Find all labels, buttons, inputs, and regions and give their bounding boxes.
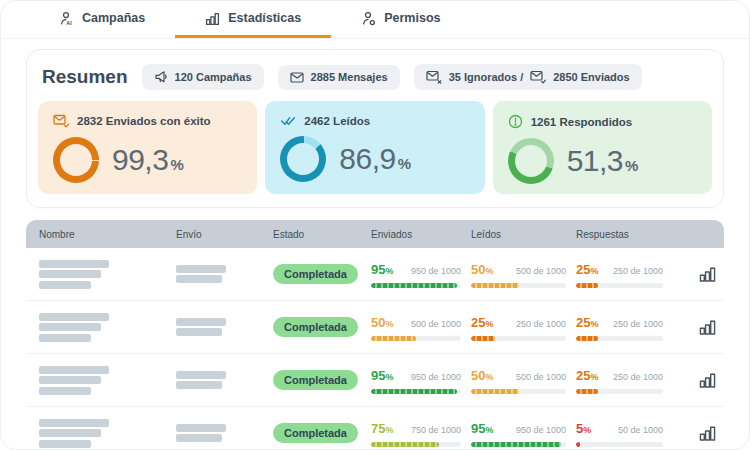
- table-row[interactable]: Completada 95% 950 de 1000 50% 500 de 10…: [26, 354, 724, 407]
- fraction-label: 950 de 1000: [516, 425, 566, 435]
- badge-label: 2850 Enviados: [553, 71, 629, 83]
- messages-count-badge: 2885 Mensajes: [278, 65, 400, 90]
- progress-fill: [371, 336, 416, 341]
- status-badge: Completada: [273, 317, 358, 337]
- text-placeholder-bar: [39, 270, 101, 278]
- progress-bar: [576, 336, 663, 341]
- card-label: 1261 Respondidos: [531, 116, 633, 128]
- table-row[interactable]: Completada 75% 750 de 1000 95% 950 de 10…: [26, 407, 724, 450]
- enviados-metric: 95% 950 de 1000: [371, 260, 471, 288]
- progress-fill: [576, 336, 598, 341]
- progress-bar: [576, 389, 663, 394]
- table-body: Completada 95% 950 de 1000 50% 500 de 10…: [26, 248, 724, 450]
- text-placeholder-bar: [39, 260, 109, 268]
- badge-label: 35 Ignorados /: [449, 71, 524, 83]
- table-row[interactable]: Completada 95% 950 de 1000 50% 500 de 10…: [26, 248, 724, 301]
- summary-panel: Resumen 120 Campañas 2885 Mensajes: [26, 49, 724, 208]
- view-stats-button[interactable]: [696, 316, 719, 338]
- text-placeholder-bar: [39, 429, 101, 437]
- name-placeholder: [39, 310, 176, 344]
- progress-bar: [371, 283, 461, 288]
- percent-sign: %: [583, 425, 591, 435]
- text-placeholder-bar: [39, 281, 91, 289]
- fraction-label: 750 de 1000: [411, 425, 461, 435]
- double-check-icon: [280, 114, 296, 127]
- campaigns-count-badge: 120 Campañas: [142, 64, 264, 90]
- fraction-label: 250 de 1000: [516, 319, 566, 329]
- view-stats-button[interactable]: [696, 263, 719, 285]
- percent-sign: %: [485, 372, 493, 382]
- card-header: 2832 Enviados con éxito: [53, 114, 242, 128]
- text-placeholder-bar: [176, 275, 222, 283]
- leidos-metric: 25% 250 de 1000: [471, 313, 576, 341]
- card-label: 2462 Leídos: [304, 115, 370, 127]
- progress-fill: [576, 442, 580, 447]
- progress-fill: [471, 283, 519, 288]
- card-value: 86,9: [339, 142, 395, 176]
- donut-chart-enviados: [53, 137, 99, 183]
- mail-icon: [290, 71, 304, 84]
- progress-fill: [576, 283, 598, 288]
- status-badge: Completada: [273, 264, 358, 284]
- view-stats-button[interactable]: [696, 422, 719, 444]
- percent-sign: %: [398, 155, 411, 172]
- card-header: 1261 Respondidos: [508, 114, 697, 129]
- card-header: 2462 Leídos: [280, 114, 469, 127]
- status-badge: Completada: [273, 423, 358, 443]
- percent-sign: %: [385, 425, 393, 435]
- percent-sign: %: [385, 266, 393, 276]
- card-value: 51,3: [567, 144, 623, 178]
- fraction-label: 500 de 1000: [411, 319, 461, 329]
- table-row[interactable]: Completada 50% 500 de 1000 25% 250 de 10…: [26, 301, 724, 354]
- text-placeholder-bar: [176, 265, 226, 273]
- summary-header: Resumen 120 Campañas 2885 Mensajes: [38, 62, 712, 101]
- tab-estadisticas[interactable]: Estadísticas: [175, 1, 331, 38]
- percent-value: 50: [371, 315, 385, 330]
- name-placeholder: [39, 416, 176, 450]
- percent-value: 75: [371, 421, 385, 436]
- enviados-metric: 50% 500 de 1000: [371, 313, 471, 341]
- donut-chart-respondidos: [508, 138, 554, 184]
- progress-fill: [371, 442, 439, 447]
- view-stats-button[interactable]: [696, 369, 719, 391]
- progress-bar: [471, 442, 566, 447]
- text-placeholder-bar: [176, 434, 222, 442]
- respuestas-metric: 25% 250 de 1000: [576, 313, 691, 341]
- column-header-respuestas: Respuestas: [576, 229, 691, 240]
- tab-label: Estadísticas: [228, 11, 301, 25]
- fraction-label: 250 de 1000: [613, 372, 663, 382]
- progress-fill: [471, 442, 561, 447]
- campaigns-table: Nombre Envío Estado Enviados Leídos Resp…: [26, 220, 724, 450]
- percent-value: 95: [471, 421, 485, 436]
- bar-chart-icon: [698, 424, 717, 442]
- percent-value: 25: [576, 262, 590, 277]
- progress-bar: [471, 336, 566, 341]
- text-placeholder-bar: [39, 376, 101, 384]
- percent-sign: %: [485, 425, 493, 435]
- progress-fill: [371, 389, 457, 394]
- tab-permisos[interactable]: Permisos: [331, 1, 470, 38]
- fraction-label: 950 de 1000: [411, 372, 461, 382]
- percent-sign: %: [385, 372, 393, 382]
- percent-value: 25: [576, 315, 590, 330]
- text-placeholder-bar: [39, 323, 101, 331]
- respuestas-metric: 25% 250 de 1000: [576, 366, 691, 394]
- percent-sign: %: [485, 266, 493, 276]
- percent-value: 25: [471, 315, 485, 330]
- progress-bar: [371, 442, 461, 447]
- text-placeholder-bar: [176, 371, 226, 379]
- leidos-metric: 95% 950 de 1000: [471, 419, 576, 447]
- tab-label: Campañas: [82, 11, 145, 25]
- send-placeholder: [176, 315, 273, 339]
- status-badge: Completada: [273, 370, 358, 390]
- percent-value: 95: [371, 368, 385, 383]
- tab-campanas[interactable]: AI Campañas: [29, 1, 175, 38]
- text-placeholder-bar: [39, 387, 91, 395]
- percent-sign: %: [590, 319, 598, 329]
- percent-sign: %: [590, 266, 598, 276]
- progress-bar: [576, 442, 663, 447]
- bar-chart-icon: [205, 11, 220, 26]
- mail-x-icon: [426, 70, 442, 84]
- card-label: 2832 Enviados con éxito: [77, 115, 211, 127]
- mail-check-icon: [53, 114, 69, 128]
